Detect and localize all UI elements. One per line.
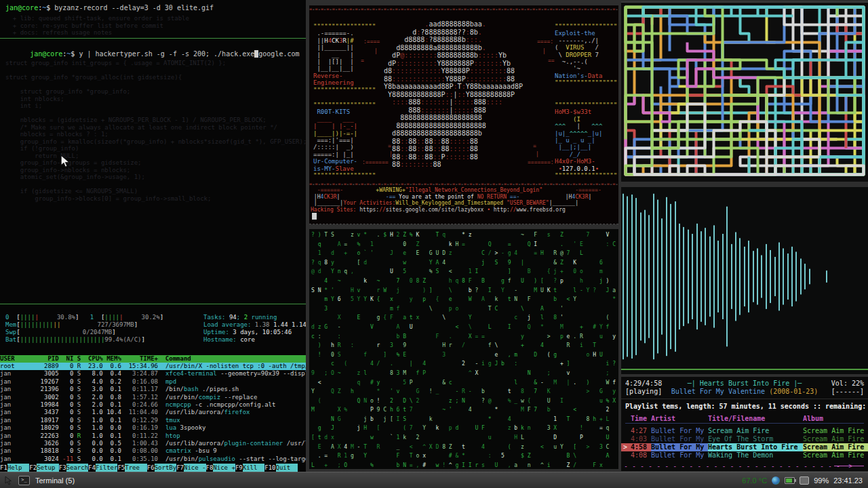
fkey-search[interactable]: F3Search [59, 464, 88, 472]
playlist-progress-dashes: - - - - - - - - - - - - - - - - - - - - … [624, 462, 852, 470]
playlist-row[interactable]: 4:03Bullet For MyEye Of The StormScream … [621, 435, 868, 443]
playlist-header-time[interactable]: Time [631, 415, 651, 423]
skull-ascii-art: .aad8888888baa. d:?88888888??:8b. d8888:… [380, 20, 523, 169]
fkey-nice--[interactable]: F7Nice - [176, 464, 205, 472]
shell-prompt-1: jan@core:~$ byzanz-record --delay=3 -d 3… [5, 4, 214, 12]
ascii-badge-box: """"""""""""""""" R00T-KITS ____ ___| | … [313, 102, 376, 179]
network-tray-icon[interactable] [772, 476, 780, 485]
tmux-pane-separator[interactable] [0, 38, 306, 39]
cpu-temp-readout: 67.0 °C [742, 476, 767, 485]
playlist-header-album[interactable]: Album [803, 415, 865, 423]
process-row[interactable]: jan 22263 0 R 1.0 0.1 0:11.22 htop [0, 432, 306, 440]
ascii-connector: ====: [537, 39, 553, 45]
ascii-connector: =======: [528, 160, 554, 165]
playlist-progress-line [834, 466, 864, 466]
ascii-badge-box: """"""""""""""""" .-======-. ||H4CK3R|# … [313, 23, 376, 94]
htop-battery-meter: Bat[|||||||||||||||||||||||99.4%(A/C)] [5, 336, 145, 344]
process-row[interactable]: jan 3005 0 S 8.0 0.4 3:24.87 xfce4-termi… [0, 370, 306, 378]
htop-tasks-info: Tasks: 94; 2 running [203, 314, 277, 321]
fkey-nice-+[interactable]: F8Nice + [206, 464, 235, 472]
ascii-connector: | [389, 152, 393, 157]
fkey-setup[interactable]: F2Setup [29, 464, 58, 472]
clock: 23:41.23 [833, 476, 863, 485]
volume-indicator[interactable]: Vol: 22% [831, 380, 864, 388]
htop-pane[interactable]: 0 [||||| 30.8%] 1 [||||| 30.2%] Mem[||||… [0, 304, 306, 472]
ascii-connector: == [548, 58, 555, 64]
desktop: jan@core:~$ byzanz-record --delay=3 -d 3… [0, 0, 868, 488]
hackertyper-code-output: struct group_info init_groups = { .usage… [5, 60, 306, 202]
process-row[interactable]: jan 19267 0 S 4.0 0.2 0:16.08 mpd [0, 378, 306, 386]
fkey-kill[interactable]: F9Kill [235, 464, 264, 472]
process-row[interactable]: jan 18818 0 S 0.0 0.0 0:08.00 cmatrix -b… [0, 447, 306, 455]
ascii-connector: :==== [363, 39, 380, 45]
hacker-banner-window[interactable]: =-=-=-=-=-=-=-=-=-=-=-=-=-=-=-=-=-=-=-=-… [309, 5, 618, 224]
volume-bar[interactable]: [------] [831, 388, 864, 396]
fkey-sortby[interactable]: F6SortBy [147, 464, 176, 472]
music-player-window[interactable]: 4:29/4:58 ─| Hearts Burst Into Fire |─ V… [621, 377, 868, 471]
ascii-connector: | [374, 49, 378, 54]
playlist-row[interactable]: 4:27Bullet For MyScream Aim FireScream A… [621, 427, 868, 435]
htop-load-info: Load average: 1.38 1.44 1.14 [203, 321, 306, 329]
playlist-row[interactable]: >4:58Bullet For MyHearts Burst Into Fire… [621, 443, 868, 451]
htop-mem-meter: Mem[||||||||||| 727/3697MB] [5, 321, 138, 329]
matrix-window[interactable]: ? ) T S z v * . $ H 2 Z % K T q * z ~ F … [309, 229, 618, 469]
pipes-window[interactable] [621, 1, 868, 182]
htop-function-key-bar: F1Help F2Setup F3SearchF4FilterF5Tree F6… [0, 464, 306, 472]
process-row[interactable]: root 2889 0 R 23.0 0.6 15:34.96 /usr/bin… [0, 363, 306, 370]
playlist-header-underline [625, 423, 864, 424]
player-divider [621, 399, 868, 399]
process-row[interactable]: jan 18029 0 S 1.0 0.0 0:16.19 lua 3spook… [0, 424, 306, 432]
matrix-rain-text: ? ) T S z v * . $ H 2 Z % K T q * z ~ F … [309, 229, 618, 469]
warning-line-1: -======- +WARNING+"Illegal_Network_Conne… [311, 187, 601, 194]
fkey-help[interactable]: F1Help [0, 464, 29, 472]
terminal-taskbar-icon[interactable]: >_ [18, 476, 30, 485]
process-row[interactable]: jan 18917 0 S 1.0 0.1 0:12.29 tmux [0, 417, 306, 424]
process-row[interactable]: jan 3626 0 S 0.0 0.5 1:00.43 /usr/lib/au… [0, 440, 306, 447]
banner-top-border: =-=-=-=-=-=-=-=-=-=-=-=-=-=-=-=-=-=-=-=-… [309, 7, 618, 12]
process-row[interactable]: jan 19984 0 S 2.0 0.1 0:24.66 ncmpcpp -c… [0, 401, 306, 409]
hacking-sites-line: Hacking Sites: https://sites.google.com/… [311, 207, 566, 214]
mouse-pointer [60, 155, 71, 168]
ascii-connector: = [388, 144, 391, 149]
fkey-quit[interactable]: F10Quit [264, 464, 298, 472]
current-track-marker: > [623, 443, 627, 451]
banner-text-cursor [312, 213, 317, 220]
battery-tray-icon[interactable] [785, 477, 795, 484]
fkey-tree[interactable]: F5Tree [117, 464, 146, 472]
playlist-row[interactable]: 4:08Bullet For MyWaking The DemonScream … [621, 451, 868, 460]
taskbar-app-label[interactable]: Terminal (5) [35, 476, 75, 485]
visualizer-window[interactable] [621, 187, 868, 374]
ascii-connector: = [533, 144, 536, 149]
ascii-connector: | [536, 152, 539, 157]
warning-line-3: |_______|Your Activities:Will_be_Keylogg… [311, 200, 578, 207]
process-row[interactable]: jan 3024 -11 S 0.0 0.1 0:35.10 /usr/bin/… [0, 455, 306, 463]
ascii-badge-box: """""""""""""""""HoM3-$w33t (I^^^ | ^^^|… [555, 102, 617, 179]
process-row[interactable]: jan 3002 0 S 2.0 0.8 1:57.12 /usr/bin/co… [0, 394, 306, 401]
pipes-screensaver-canvas [621, 3, 868, 180]
playlist-stats: Playlist tems, length: 57 minutes, 11 se… [625, 403, 868, 411]
htop-swap-meter: Swp[ 0/2047MB] [5, 329, 116, 336]
ascii-connector: :======= [362, 160, 389, 165]
terminal-window[interactable]: jan@core:~$ byzanz-record --delay=3 -d 3… [0, 0, 306, 472]
playlist-header-title[interactable]: Title/Filename [708, 415, 802, 423]
spectrum-visualizer-canvas [621, 187, 868, 374]
htop-uptime-info: Uptime: 3 days, 10:05:46 [203, 329, 292, 336]
process-row[interactable]: jan 3437 0 S 1.0 10.4 11:04.40 /usr/lib/… [0, 409, 306, 416]
htop-column-header[interactable]: USER PID NI S CPU% MEM% TIME+ Command [0, 355, 306, 363]
playlist-header-artist[interactable]: Artist [651, 415, 707, 423]
htop-hostname-info: Hostname: core [203, 336, 255, 344]
battery-percentage: 99% [814, 476, 829, 485]
ascii-badge-box: """""""""""""""""Exploit-the -------,./|… [555, 23, 617, 87]
fkey-filter[interactable]: F4Filter [88, 464, 117, 472]
warning-line-2: |H4CK3R| -== You are at the point of NO … [311, 194, 591, 201]
banner-separator: =-=-=-=-=-=-=-=-=-=-=-=-=-=-=-=-=-=-=-=-… [309, 182, 618, 187]
dim-scrollback-text: + lib: queued shift-task, ensure order i… [5, 15, 189, 37]
show-desktop-icon[interactable] [4, 476, 13, 485]
ascii-connector: = [361, 58, 364, 64]
htop-cpu-meters: 0 [||||| 30.8%] 1 [||||| 30.2%] [5, 314, 163, 321]
touchpad-tray-icon[interactable] [800, 476, 809, 485]
process-row[interactable]: jan 21396 0 S 3.0 0.1 0:11.17 /bin/bash … [0, 386, 306, 393]
taskbar[interactable]: >_ Terminal (5) 67.0 °C 99% 23:41.23 [0, 472, 868, 488]
ascii-connector: | [542, 49, 546, 54]
htop-process-list[interactable]: root 2889 0 R 23.0 0.6 15:34.96 /usr/bin… [0, 363, 306, 463]
